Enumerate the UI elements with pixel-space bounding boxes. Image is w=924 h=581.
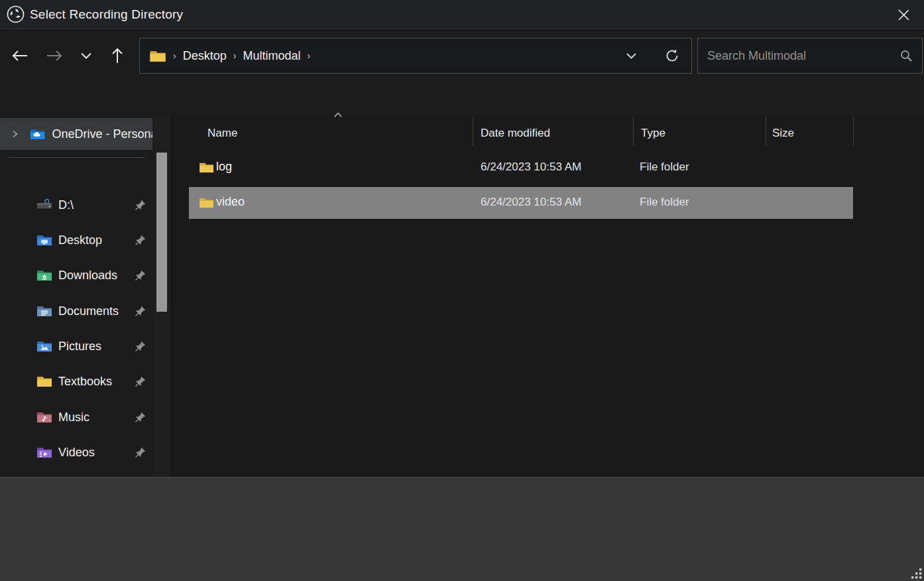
search-icon[interactable] [899, 49, 913, 62]
sidebar-item-label: Textbooks [58, 375, 135, 389]
column-header-name[interactable]: Name [207, 122, 237, 145]
file-name: log [216, 160, 232, 174]
breadcrumb-separator: › [300, 50, 317, 61]
sort-ascending-icon [333, 112, 343, 117]
sidebar-divider [9, 157, 144, 158]
window-title: Select Recording Directory [30, 7, 183, 22]
up-arrow-icon [111, 47, 124, 64]
close-icon [897, 9, 910, 21]
back-button[interactable] [5, 40, 34, 72]
sidebar-item-downloads[interactable]: Downloads [0, 259, 154, 291]
navigation-pane: OneDrive - Personal D:\ [0, 114, 172, 477]
address-dropdown-button[interactable] [618, 40, 644, 72]
title-bar: Select Recording Directory [0, 0, 924, 29]
sidebar-item-label: Music [58, 411, 135, 424]
textbooks-folder-icon [36, 375, 52, 388]
sidebar-item-label: OneDrive - Personal [52, 127, 152, 141]
column-divider[interactable] [766, 117, 766, 146]
downloads-folder-icon [36, 269, 52, 282]
file-type: File folder [640, 161, 689, 174]
pin-icon [135, 235, 146, 246]
column-header-date-modified[interactable]: Date modified [481, 122, 550, 145]
obs-logo-icon [7, 5, 25, 23]
pin-icon [135, 447, 146, 458]
dialog-content: OneDrive - Personal D:\ [0, 114, 924, 477]
chevron-down-icon [81, 52, 91, 59]
expand-chevron-icon[interactable] [12, 129, 18, 139]
breadcrumb-item-multimodal[interactable]: Multimodal [243, 49, 300, 63]
file-name: video [216, 195, 245, 209]
sidebar-item-label: Downloads [58, 269, 135, 283]
column-divider[interactable] [633, 117, 634, 146]
sidebar-item-onedrive[interactable]: OneDrive - Personal [0, 118, 152, 150]
sidebar-item-textbooks[interactable]: Textbooks [0, 365, 154, 397]
breadcrumb-separator: › [227, 50, 243, 61]
pin-icon [135, 376, 146, 387]
file-row-log[interactable]: log 6/24/2023 10:53 AM File folder [172, 152, 924, 184]
pin-icon [135, 412, 146, 423]
onedrive-folder-icon [30, 127, 45, 141]
column-header-type[interactable]: Type [641, 122, 665, 145]
forward-arrow-icon [46, 49, 63, 62]
search-box [697, 38, 923, 74]
pin-icon [135, 306, 146, 317]
documents-folder-icon [36, 304, 52, 318]
file-type: File folder [640, 196, 689, 209]
command-toolbar: Organize New folder ? [0, 80, 924, 114]
folder-icon [199, 161, 214, 174]
videos-folder-icon [36, 446, 52, 459]
pin-icon [135, 341, 146, 352]
folder-icon [199, 196, 214, 209]
back-arrow-icon [11, 49, 29, 62]
refresh-button[interactable] [659, 40, 685, 72]
sidebar-item-pictures[interactable]: Pictures [0, 330, 154, 362]
sidebar-item-label: Pictures [58, 340, 135, 354]
file-date: 6/24/2023 10:53 AM [481, 161, 581, 174]
search-input[interactable] [698, 49, 899, 63]
up-button[interactable] [103, 40, 132, 72]
sidebar-item-documents[interactable]: Documents [0, 295, 154, 327]
pin-icon [135, 270, 146, 281]
sidebar-item-drive-d[interactable]: D:\ [0, 189, 154, 221]
breadcrumb-separator: › [166, 50, 183, 61]
scrollbar-thumb[interactable] [156, 153, 167, 312]
dialog-window: Select Recording Directory › Des [0, 0, 924, 581]
column-divider[interactable] [853, 117, 854, 146]
desktop-folder-icon [36, 233, 52, 247]
chevron-down-icon [626, 53, 636, 59]
file-date: 6/24/2023 10:53 AM [481, 196, 581, 209]
sidebar-scrollbar[interactable] [154, 114, 170, 477]
column-header-size[interactable]: Size [772, 122, 794, 145]
drive-icon [36, 198, 52, 212]
column-divider[interactable] [473, 117, 473, 146]
sidebar-item-music[interactable]: Music [0, 401, 154, 433]
recent-locations-button[interactable] [72, 40, 101, 72]
breadcrumb-item-desktop[interactable]: Desktop [183, 49, 227, 63]
sidebar-item-label: D:\ [58, 198, 135, 212]
sidebar-item-label: Documents [58, 304, 135, 318]
folder-icon [149, 49, 166, 63]
music-folder-icon [36, 411, 52, 424]
sidebar-item-videos[interactable]: Videos [0, 436, 154, 468]
close-button[interactable] [888, 0, 919, 29]
file-list: Name Date modified Type Size log 6/24/20… [172, 114, 924, 477]
pictures-folder-icon [36, 340, 52, 353]
forward-button[interactable] [40, 40, 69, 72]
refresh-icon [665, 48, 679, 63]
resize-grip[interactable] [911, 568, 923, 580]
address-bar[interactable]: › Desktop › Multimodal › [139, 38, 692, 74]
sidebar-item-desktop[interactable]: Desktop [0, 224, 154, 256]
file-row-video[interactable]: video 6/24/2023 10:53 AM File folder [172, 187, 924, 219]
sidebar-item-label: Desktop [58, 233, 135, 247]
pin-icon [135, 200, 146, 211]
dialog-footer: Folder: Select Folder Cancel [0, 477, 924, 581]
sidebar-item-label: Videos [58, 446, 135, 460]
